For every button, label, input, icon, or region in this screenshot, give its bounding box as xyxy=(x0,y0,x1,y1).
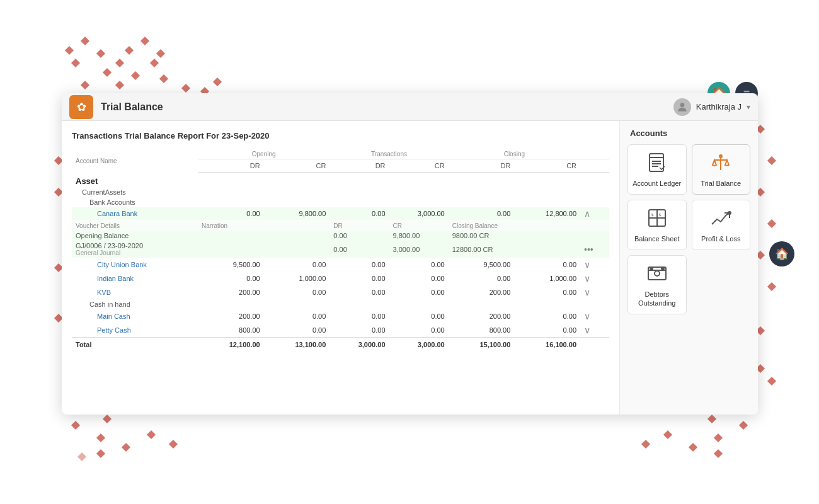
canara-bank-row: Canara Bank 0.00 9,800.00 0.00 3,000.00 … xyxy=(72,207,609,220)
user-name: Karthikraja J xyxy=(696,102,742,112)
header-bar: ✿ Trial Balance Karthikraja J ▾ xyxy=(62,93,758,121)
kvb-row: KVB 200.00 0.00 0.00 0.00 200.00 0.00 ∨ xyxy=(72,285,609,299)
svg-point-0 xyxy=(680,103,684,107)
col-transactions-header: Transactions xyxy=(329,148,448,159)
logo-icon: ✿ xyxy=(77,100,86,114)
chevron-down-icon: ▾ xyxy=(747,103,750,112)
svg-point-7 xyxy=(719,155,722,158)
expand-city-union-icon[interactable]: ∨ xyxy=(584,260,590,270)
main-window: 🏠 ≡ ✿ Trial Balance Karthikraja J ▾ Tran… xyxy=(62,93,758,415)
report-table: Account Name Opening Transactions Closin… xyxy=(72,148,609,352)
profit-loss-icon xyxy=(709,207,732,232)
expand-kvb-icon[interactable]: ∨ xyxy=(584,287,590,297)
trial-balance-icon xyxy=(709,151,732,177)
voucher-dots-icon[interactable]: ••• xyxy=(584,244,593,255)
profit-loss-card[interactable]: Profit & Loss xyxy=(692,200,751,250)
expand-indian-bank-icon[interactable]: ∨ xyxy=(584,273,590,284)
main-cash-name[interactable]: Main Cash xyxy=(72,309,198,323)
col-account-name: Account Name xyxy=(72,148,198,173)
col-closing-header: Closing xyxy=(449,148,580,159)
indian-bank-row: Indian Bank 0.00 1,000.00 0.00 0.00 0.00… xyxy=(72,272,609,285)
ledger-card-label: Account Ledger xyxy=(633,180,681,188)
svg-text:$: $ xyxy=(659,213,662,217)
debtors-icon xyxy=(646,262,668,288)
col-dr1: DR xyxy=(198,159,264,173)
svg-point-19 xyxy=(662,267,664,270)
voucher-header: Voucher Details Narration DR CR Closing … xyxy=(72,220,609,231)
ledger-icon xyxy=(646,151,668,177)
petty-cash-row: Petty Cash 800.00 0.00 0.00 0.00 800.00 … xyxy=(72,323,609,338)
debtors-outstanding-card[interactable]: Debtors Outstanding xyxy=(627,255,687,314)
account-ledger-card[interactable]: Account Ledger xyxy=(627,144,687,195)
sub-bank-accounts: Bank Accounts xyxy=(72,197,609,207)
total-row: Total 12,100.00 13,100.00 3,000.00 3,000… xyxy=(72,338,609,352)
col-cr2: CR xyxy=(389,159,449,173)
logo-box: ✿ xyxy=(69,95,93,119)
svg-point-18 xyxy=(650,267,653,270)
col-cr1: CR xyxy=(264,159,330,173)
profit-loss-card-label: Profit & Loss xyxy=(701,235,740,243)
col-opening-header: Opening xyxy=(198,148,329,159)
col-dr2: DR xyxy=(329,159,389,173)
city-union-bank-name[interactable]: City Union Bank xyxy=(72,258,198,272)
sub-cash-in-hand: Cash in hand xyxy=(72,299,609,309)
svg-point-16 xyxy=(655,271,660,276)
canara-bank-name[interactable]: Canara Bank xyxy=(72,207,198,220)
section-asset: Asset xyxy=(72,173,609,188)
right-panel: Accounts Account Ledger xyxy=(619,121,758,415)
svg-text:$: $ xyxy=(651,213,654,217)
user-area[interactable]: Karthikraja J ▾ xyxy=(673,98,750,116)
expand-petty-cash-icon[interactable]: ∨ xyxy=(584,325,590,335)
voucher-row-2: GJ/0006 / 23-09-2020 General Journal 0.0… xyxy=(72,241,609,258)
expand-canara-icon[interactable]: ∧ xyxy=(584,209,590,219)
balance-sheet-card[interactable]: $ $ Balance Sheet xyxy=(627,200,687,250)
content-area: Transactions Trial Balance Report For 23… xyxy=(62,121,758,415)
col-cr3: CR xyxy=(514,159,580,173)
trial-balance-card-label: Trial Balance xyxy=(701,180,741,188)
side-home-icon: 🏠 xyxy=(775,247,789,261)
indian-bank-name[interactable]: Indian Bank xyxy=(72,272,198,285)
balance-sheet-card-label: Balance Sheet xyxy=(634,235,680,243)
col-dr3: DR xyxy=(449,159,515,173)
kvb-name[interactable]: KVB xyxy=(72,285,198,299)
expand-main-cash-icon[interactable]: ∨ xyxy=(584,311,590,321)
svg-point-14 xyxy=(728,212,731,214)
trial-balance-card[interactable]: Trial Balance xyxy=(692,144,751,195)
petty-cash-name[interactable]: Petty Cash xyxy=(72,323,198,338)
sub-current-assets: CurrentAssets xyxy=(72,187,609,197)
accounts-title: Accounts xyxy=(627,129,750,138)
app-title: Trial Balance xyxy=(101,101,673,113)
side-nav-home[interactable]: 🏠 xyxy=(769,241,794,266)
voucher-row-1: Opening Balance 0.00 9,800.00 9800.00 CR xyxy=(72,231,609,241)
avatar xyxy=(673,98,691,116)
city-union-bank-row: City Union Bank 9,500.00 0.00 0.00 0.00 … xyxy=(72,258,609,272)
account-cards: Account Ledger Trial Balance xyxy=(627,144,750,314)
report-title: Transactions Trial Balance Report For 23… xyxy=(72,131,609,140)
balance-sheet-icon: $ $ xyxy=(646,207,668,232)
main-cash-row: Main Cash 200.00 0.00 0.00 0.00 200.00 0… xyxy=(72,309,609,323)
debtors-card-label: Debtors Outstanding xyxy=(632,290,682,307)
report-area: Transactions Trial Balance Report For 23… xyxy=(62,121,619,415)
